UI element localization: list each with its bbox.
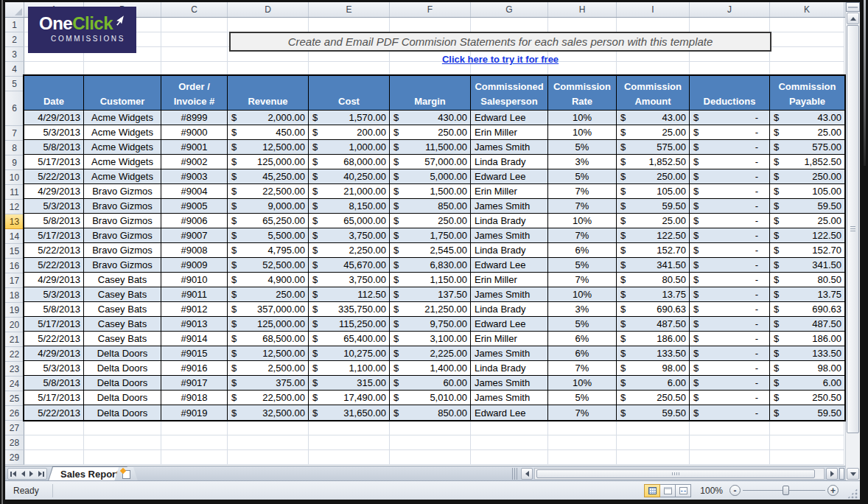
- cell-payable[interactable]: $6.00: [770, 376, 844, 391]
- row-header-18[interactable]: 18: [5, 288, 24, 303]
- grid-cell[interactable]: [471, 450, 548, 465]
- cell-margin[interactable]: $5,010.00: [390, 391, 471, 405]
- cell-order[interactable]: #9000: [161, 125, 228, 140]
- row-header-5[interactable]: 5: [5, 77, 24, 91]
- cell-date[interactable]: 4/29/2013: [24, 346, 84, 361]
- cell-margin[interactable]: $9,750.00: [390, 317, 471, 332]
- grid-cell[interactable]: [548, 450, 617, 465]
- cell-cost[interactable]: $1,000.00: [309, 140, 390, 155]
- normal-view-button[interactable]: [644, 484, 660, 497]
- cell-amount[interactable]: $575.00: [617, 140, 690, 155]
- table-header-3[interactable]: Revenue: [228, 76, 309, 111]
- cell-date[interactable]: 5/8/2013: [24, 376, 84, 391]
- cell-cost[interactable]: $65,400.00: [309, 332, 390, 346]
- cell-amount[interactable]: $341.50: [617, 258, 690, 273]
- cell-customer[interactable]: Acme Widgets: [84, 169, 161, 184]
- cell-person[interactable]: Erin Miller: [471, 125, 548, 140]
- grid-cell[interactable]: [690, 435, 770, 450]
- column-header-F[interactable]: F: [390, 2, 471, 17]
- cell-revenue[interactable]: $125,000.00: [228, 317, 309, 332]
- cell-revenue[interactable]: $450.00: [228, 125, 309, 140]
- cell-order[interactable]: #9018: [161, 391, 228, 405]
- cell-rate[interactable]: 7%: [548, 273, 617, 287]
- vscroll-split-box[interactable]: [846, 2, 860, 12]
- cell-order[interactable]: #9003: [161, 169, 228, 184]
- cell-deduction[interactable]: $-: [690, 346, 770, 361]
- cell-payable[interactable]: $59.50: [770, 405, 844, 420]
- cell-cost[interactable]: $1,570.00: [309, 111, 390, 125]
- cell-payable[interactable]: $25.00: [770, 214, 844, 228]
- cell-date[interactable]: 5/8/2013: [24, 302, 84, 317]
- cell-order[interactable]: #9013: [161, 317, 228, 332]
- cell-deduction[interactable]: $-: [690, 391, 770, 405]
- cell-cost[interactable]: $21,000.00: [309, 184, 390, 199]
- grid-cell[interactable]: [161, 47, 228, 62]
- cell-rate[interactable]: 10%: [548, 287, 617, 302]
- cell-payable[interactable]: $122.50: [770, 228, 844, 243]
- cell-margin[interactable]: $11,500.00: [390, 140, 471, 155]
- row-header-16[interactable]: 16: [5, 259, 24, 273]
- cell-person[interactable]: James Smith: [471, 287, 548, 302]
- cell-order[interactable]: #9008: [161, 243, 228, 258]
- cell-margin[interactable]: $57,000.00: [390, 155, 471, 169]
- row-header-21[interactable]: 21: [5, 332, 24, 347]
- cell-order[interactable]: #9010: [161, 273, 228, 287]
- cell-deduction[interactable]: $-: [690, 361, 770, 376]
- cell-revenue[interactable]: $5,500.00: [228, 228, 309, 243]
- cell-revenue[interactable]: $2,000.00: [228, 111, 309, 125]
- cell-customer[interactable]: Casey Bats: [84, 287, 161, 302]
- cell-payable[interactable]: $575.00: [770, 140, 844, 155]
- cell-margin[interactable]: $850.00: [390, 405, 471, 420]
- column-header-E[interactable]: E: [309, 2, 390, 17]
- grid-cell[interactable]: [309, 450, 390, 465]
- cell-customer[interactable]: Delta Doors: [84, 376, 161, 391]
- cell-margin[interactable]: $1,750.00: [390, 228, 471, 243]
- cell-payable[interactable]: $59.50: [770, 199, 844, 214]
- cell-date[interactable]: 4/29/2013: [24, 273, 84, 287]
- cell-date[interactable]: 5/22/2013: [24, 169, 84, 184]
- cell-person[interactable]: Edward Lee: [471, 405, 548, 420]
- horizontal-scrollbar[interactable]: [534, 468, 825, 480]
- cell-person[interactable]: Linda Brady: [471, 243, 548, 258]
- cell-customer[interactable]: Casey Bats: [84, 302, 161, 317]
- cell-revenue[interactable]: $32,500.00: [228, 405, 309, 420]
- cell-customer[interactable]: Casey Bats: [84, 317, 161, 332]
- grid-cell[interactable]: [617, 18, 690, 32]
- hscroll-split-box[interactable]: [839, 468, 844, 480]
- grid-cell[interactable]: [390, 18, 471, 32]
- cell-payable[interactable]: $250.00: [770, 169, 844, 184]
- cell-rate[interactable]: 7%: [548, 228, 617, 243]
- cell-person[interactable]: Erin Miller: [471, 332, 548, 346]
- cell-payable[interactable]: $250.50: [770, 391, 844, 405]
- cell-payable[interactable]: $186.00: [770, 332, 844, 346]
- select-all-corner[interactable]: [5, 2, 24, 17]
- cell-revenue[interactable]: $22,500.00: [228, 184, 309, 199]
- cell-customer[interactable]: Delta Doors: [84, 405, 161, 420]
- grid-cell[interactable]: [770, 435, 844, 450]
- grid-cell[interactable]: [161, 435, 228, 450]
- cell-order[interactable]: #9014: [161, 332, 228, 346]
- cell-order[interactable]: #9002: [161, 155, 228, 169]
- cell-customer[interactable]: Bravo Gizmos: [84, 184, 161, 199]
- cell-person[interactable]: Edward Lee: [471, 169, 548, 184]
- cell-order[interactable]: #9019: [161, 405, 228, 420]
- cell-amount[interactable]: $152.70: [617, 243, 690, 258]
- grid-cell[interactable]: [390, 435, 471, 450]
- cell-revenue[interactable]: $68,500.00: [228, 332, 309, 346]
- cell-rate[interactable]: 5%: [548, 169, 617, 184]
- cell-margin[interactable]: $137.50: [390, 287, 471, 302]
- cell-payable[interactable]: $43.00: [770, 111, 844, 125]
- cell-cost[interactable]: $2,250.00: [309, 243, 390, 258]
- row-header-26[interactable]: 26: [5, 406, 24, 421]
- cell-deduction[interactable]: $-: [690, 199, 770, 214]
- cell-payable[interactable]: $133.50: [770, 346, 844, 361]
- grid-cell[interactable]: [770, 421, 844, 435]
- cell-order[interactable]: #9005: [161, 199, 228, 214]
- cell-revenue[interactable]: $52,500.00: [228, 258, 309, 273]
- cell-deduction[interactable]: $-: [690, 140, 770, 155]
- cell-person[interactable]: Linda Brady: [471, 155, 548, 169]
- cell-order[interactable]: #9007: [161, 228, 228, 243]
- cell-rate[interactable]: 10%: [548, 125, 617, 140]
- cell-rate[interactable]: 7%: [548, 405, 617, 420]
- cell-cost[interactable]: $335,750.00: [309, 302, 390, 317]
